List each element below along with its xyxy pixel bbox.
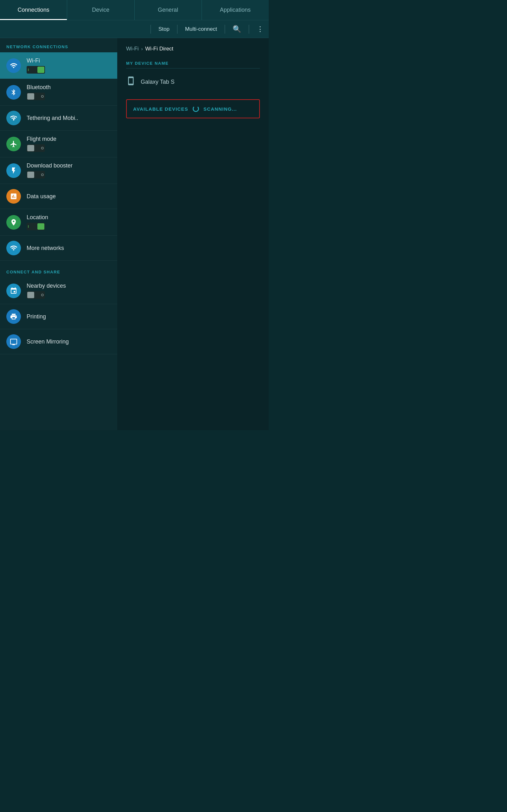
stop-button[interactable]: Stop bbox=[158, 26, 170, 32]
scanning-text: SCANNING... bbox=[204, 106, 237, 112]
sidebar-item-flight[interactable]: Flight mode O bbox=[0, 131, 117, 157]
sidebar-item-location[interactable]: Location I bbox=[0, 209, 117, 236]
wifi-icon bbox=[6, 58, 21, 73]
screen-mirroring-icon bbox=[6, 334, 21, 349]
flight-toggle[interactable]: O bbox=[26, 144, 45, 152]
sidebar-item-nearby[interactable]: Nearby devices O bbox=[0, 277, 117, 304]
tab-general[interactable]: General bbox=[135, 0, 202, 20]
wifi-label: Wi-Fi bbox=[26, 57, 111, 64]
breadcrumb: Wi-Fi › Wi-Fi Direct bbox=[126, 46, 260, 52]
screen-mirroring-content: Screen Mirroring bbox=[26, 339, 111, 345]
wifi-content: Wi-Fi I bbox=[26, 57, 111, 73]
content-area: Wi-Fi › Wi-Fi Direct MY DEVICE NAME Gala… bbox=[117, 38, 269, 430]
tab-connections[interactable]: Connections bbox=[0, 0, 67, 20]
sidebar-item-bluetooth[interactable]: Bluetooth O bbox=[0, 79, 117, 106]
download-booster-label: Download booster bbox=[26, 162, 111, 169]
connect-share-header: CONNECT AND SHARE bbox=[0, 263, 117, 277]
sidebar-item-wifi[interactable]: Wi-Fi I bbox=[0, 52, 117, 79]
device-name-text: Galaxy Tab S bbox=[141, 79, 175, 85]
device-phone-icon bbox=[126, 76, 135, 88]
data-usage-icon bbox=[6, 189, 21, 204]
download-booster-icon bbox=[6, 163, 21, 178]
breadcrumb-current: Wi-Fi Direct bbox=[145, 46, 173, 52]
nearby-label: Nearby devices bbox=[26, 283, 111, 289]
network-connections-header: NETWORK CONNECTIONS bbox=[0, 38, 117, 52]
breadcrumb-chevron-icon: › bbox=[141, 46, 143, 51]
main-layout: NETWORK CONNECTIONS Wi-Fi I bbox=[0, 38, 269, 430]
bluetooth-label: Bluetooth bbox=[26, 84, 111, 91]
flight-content: Flight mode O bbox=[26, 136, 111, 152]
more-networks-content: More networks bbox=[26, 245, 111, 252]
nearby-content: Nearby devices O bbox=[26, 283, 111, 299]
sidebar-item-screen-mirroring[interactable]: Screen Mirroring bbox=[0, 329, 117, 354]
location-content: Location I bbox=[26, 214, 111, 230]
sidebar-item-data-usage[interactable]: Data usage bbox=[0, 184, 117, 209]
screen-mirroring-label: Screen Mirroring bbox=[26, 339, 111, 345]
divider-2 bbox=[177, 25, 177, 34]
printing-icon bbox=[6, 309, 21, 324]
wifi-toggle[interactable]: I bbox=[26, 66, 45, 73]
more-networks-label: More networks bbox=[26, 245, 111, 252]
download-booster-toggle[interactable]: O bbox=[26, 171, 45, 179]
location-label: Location bbox=[26, 214, 111, 221]
tab-device[interactable]: Device bbox=[67, 0, 134, 20]
scanning-spinner-icon bbox=[193, 106, 199, 112]
action-bar: Stop Multi-connect 🔍 ⋮ bbox=[0, 20, 269, 38]
tab-applications[interactable]: Applications bbox=[202, 0, 269, 20]
device-name-row: Galaxy Tab S bbox=[126, 73, 260, 90]
bluetooth-toggle[interactable]: O bbox=[26, 93, 45, 100]
tethering-content: Tethering and Mobi.. bbox=[26, 115, 111, 121]
location-toggle[interactable]: I bbox=[26, 223, 45, 230]
divider-3 bbox=[225, 25, 225, 34]
download-booster-content: Download booster O bbox=[26, 162, 111, 179]
device-name-section-label: MY DEVICE NAME bbox=[126, 61, 260, 68]
available-devices-box: AVAILABLE DEVICES SCANNING... bbox=[126, 99, 260, 118]
nearby-devices-icon bbox=[6, 284, 21, 298]
sidebar-item-more-networks[interactable]: More networks bbox=[0, 236, 117, 261]
divider-4 bbox=[249, 25, 249, 34]
tethering-label: Tethering and Mobi.. bbox=[26, 115, 111, 121]
sidebar-item-tethering[interactable]: Tethering and Mobi.. bbox=[0, 106, 117, 131]
flight-icon bbox=[6, 137, 21, 151]
flight-label: Flight mode bbox=[26, 136, 111, 142]
multiconnect-button[interactable]: Multi-connect bbox=[185, 26, 217, 32]
sidebar-item-download-booster[interactable]: Download booster O bbox=[0, 157, 117, 184]
more-networks-icon bbox=[6, 241, 21, 255]
printing-content: Printing bbox=[26, 313, 111, 320]
location-icon bbox=[6, 215, 21, 230]
data-usage-content: Data usage bbox=[26, 193, 111, 200]
printing-label: Printing bbox=[26, 313, 111, 320]
data-usage-label: Data usage bbox=[26, 193, 111, 200]
sidebar-item-printing[interactable]: Printing bbox=[0, 304, 117, 329]
bluetooth-icon bbox=[6, 85, 21, 100]
breadcrumb-parent[interactable]: Wi-Fi bbox=[126, 46, 139, 52]
nearby-toggle[interactable]: O bbox=[26, 291, 45, 299]
bluetooth-content: Bluetooth O bbox=[26, 84, 111, 100]
top-navigation: Connections Device General Applications bbox=[0, 0, 269, 20]
sidebar: NETWORK CONNECTIONS Wi-Fi I bbox=[0, 38, 117, 430]
more-options-icon[interactable]: ⋮ bbox=[257, 25, 264, 33]
available-devices-label: AVAILABLE DEVICES bbox=[133, 106, 188, 112]
search-icon[interactable]: 🔍 bbox=[233, 25, 241, 33]
tethering-icon bbox=[6, 111, 21, 125]
divider-1 bbox=[151, 25, 151, 34]
